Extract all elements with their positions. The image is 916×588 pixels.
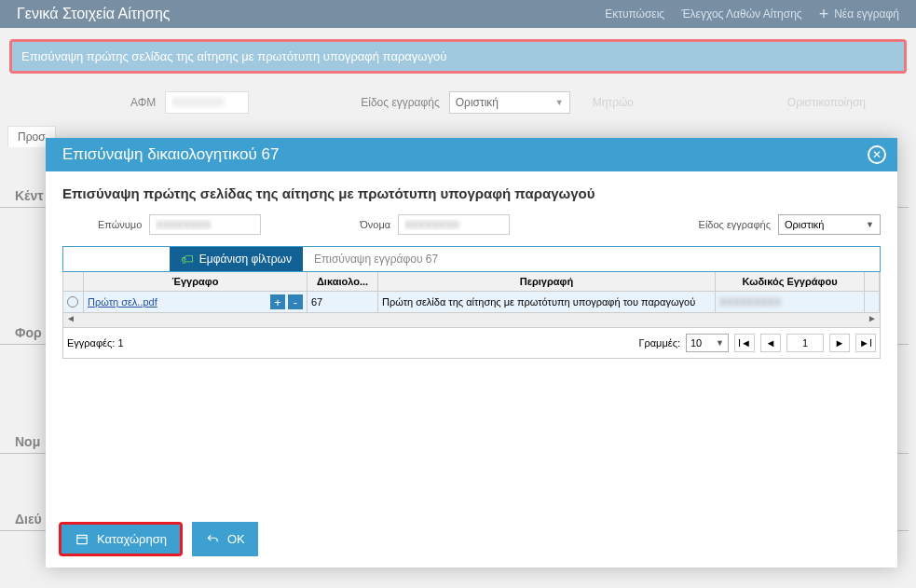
name-label: Όνομα [360,219,390,230]
scroll-right-icon[interactable]: ► [865,313,880,327]
save-highlight: Καταχώρηση [59,522,183,556]
chevron-down-icon: ▼ [866,220,874,229]
save-icon [75,533,89,546]
records-label: Εγγραφές: [67,337,115,349]
cell-desc: Πρώτη σελίδα της αίτησης με πρωτότυπη υπ… [378,292,716,312]
modal-footer: Καταχώρηση OK [46,513,897,567]
table-row[interactable]: Πρώτη σελ..pdf + - 67 Πρώτη σελίδα της α… [63,292,880,312]
col-description[interactable]: Περιγραφή [378,272,716,291]
col-document-code[interactable]: Κωδικός Εγγράφου [716,272,865,291]
close-button[interactable]: ✕ [868,145,886,164]
file-link[interactable]: Πρώτη σελ..pdf [88,296,157,308]
modal-header: Επισύναψη δικαιολογητικού 67 ✕ [46,138,897,171]
prev-page-button[interactable]: ◄ [760,334,781,352]
col-select [63,272,84,291]
modal-title: Επισύναψη δικαιολογητικού 67 [62,145,279,164]
grid-footer: Εγγραφές: 1 Γραμμές: 10 ▼ I◄ ◄ ► ►I [62,328,881,359]
chevron-down-icon: ▼ [716,338,724,348]
page-input[interactable] [786,334,824,352]
col-dikaiolo[interactable]: Δικαιολο... [308,272,378,291]
row-radio[interactable] [67,296,78,308]
horizontal-scrollbar[interactable]: ◄ ► [63,312,880,327]
surname-input[interactable] [149,214,261,235]
col-spacer [865,272,880,291]
grid-header: Έγγραφο Δικαιολο... Περιγραφή Κωδικός Εγ… [63,272,880,292]
add-file-button[interactable]: + [270,294,285,309]
attachment-modal: Επισύναψη δικαιολογητικού 67 ✕ Επισύναψη… [46,138,897,567]
modal-toolbar: ＋ Νέα εγγραφή 🏷 Εμφάνιση φίλτρων Επισύνα… [62,246,881,272]
name-input[interactable] [398,214,510,235]
records-count: 1 [117,337,123,349]
col-document[interactable]: Έγγραφο [84,272,308,291]
toolbar-new[interactable]: ＋ Νέα εγγραφή [63,247,170,271]
toolbar-attach[interactable]: Επισύναψη εγγράφου 67 [303,247,449,271]
first-page-button[interactable]: I◄ [734,334,755,352]
lines-select[interactable]: 10 ▼ [686,334,729,352]
cell-code: XXXXXXXXX [716,292,865,312]
plus-icon: ＋ [75,251,88,267]
lines-label: Γραμμές: [638,337,680,349]
remove-file-button[interactable]: - [288,294,303,309]
surname-label: Επώνυμο [98,219,142,230]
toolbar-filter[interactable]: 🏷 Εμφάνιση φίλτρων [170,247,303,271]
modal-subtitle: Επισύναψη πρώτης σελίδας της αίτησης με … [62,185,881,201]
documents-grid: Έγγραφο Δικαιολο... Περιγραφή Κωδικός Εγ… [62,272,881,328]
ok-button[interactable]: OK [192,522,258,556]
modal-form-row: Επώνυμο Όνομα Είδος εγγραφής Οριστική ▼ [62,214,881,235]
scroll-left-icon[interactable]: ◄ [63,313,78,327]
modal-type-select[interactable]: Οριστική ▼ [778,214,881,235]
next-page-button[interactable]: ► [829,334,850,352]
cell-dik: 67 [308,292,378,312]
reply-icon [205,533,220,546]
last-page-button[interactable]: ►I [855,334,876,352]
save-button[interactable]: Καταχώρηση [62,525,180,554]
modal-type-label: Είδος εγγραφής [699,219,771,230]
close-icon: ✕ [872,148,882,161]
tag-icon: 🏷 [181,252,194,267]
svg-rect-0 [77,535,88,543]
pager: Γραμμές: 10 ▼ I◄ ◄ ► ►I [638,334,876,352]
